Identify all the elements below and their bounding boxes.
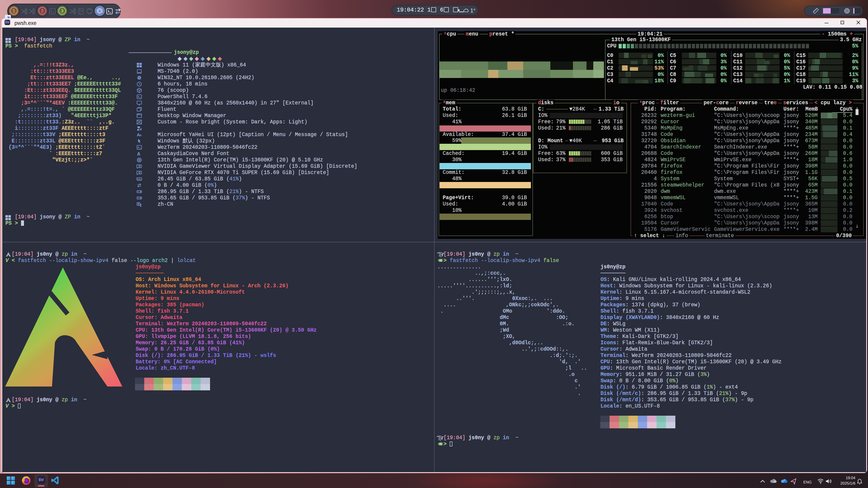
- svg-text:A: A: [137, 152, 141, 156]
- svg-text:4: 4: [99, 9, 101, 13]
- svg-text:A: A: [140, 134, 142, 137]
